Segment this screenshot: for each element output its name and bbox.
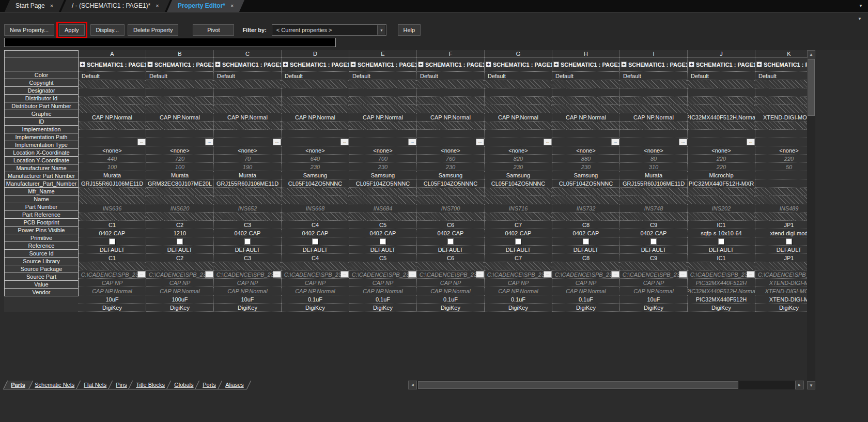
cell-vendor-a[interactable]: DigiKey xyxy=(79,304,146,312)
power-pins-visible-checkbox[interactable] xyxy=(109,238,115,245)
cell-part-reference-f[interactable]: C6 xyxy=(417,221,485,229)
column-header-k[interactable]: K xyxy=(755,50,807,57)
close-icon[interactable]: × xyxy=(156,0,159,12)
cell-power-pins-visible-h[interactable] xyxy=(552,237,620,246)
cell-value-b[interactable]: 100uF xyxy=(146,295,214,304)
row-header-source-library[interactable]: Source Library xyxy=(4,257,79,265)
cell-graphic-k[interactable]: XTEND-DIGI-MODE xyxy=(755,113,807,122)
cell-vendor-k[interactable]: DigiKey xyxy=(755,304,807,312)
cell-manufacturer-part-number-b[interactable]: GRM32EC80J107ME20L xyxy=(146,179,214,188)
vertical-scroll-thumb[interactable] xyxy=(808,59,815,116)
cell-manufacturer-part-number-d[interactable]: CL05F104ZO5NNNC xyxy=(282,179,349,188)
cell-part-reference-i[interactable]: C9 xyxy=(620,221,688,229)
row-header-color[interactable]: Color xyxy=(4,71,79,79)
cell-manufacturer-name-a[interactable]: Murata xyxy=(79,171,146,179)
cell-vendor-g[interactable]: DigiKey xyxy=(485,304,552,312)
sheet-tab-title-blocks[interactable]: Title Blocks xyxy=(128,381,173,389)
cell-source-library-e[interactable]: C:\CADENCE\SPB_23.1... xyxy=(349,270,417,279)
cell-reference-b[interactable]: C2 xyxy=(146,254,214,262)
row-header-source-id[interactable]: Source Id xyxy=(4,249,79,258)
browse-ellipsis-button[interactable]: ... xyxy=(273,139,281,145)
cell-graphic-f[interactable]: CAP NP.Normal xyxy=(417,113,485,122)
cell-value-d[interactable]: 0.1uF xyxy=(282,295,349,304)
cell-implementation-path-k[interactable]: ... xyxy=(755,138,807,146)
cell-graphic-h[interactable]: CAP NP.Normal xyxy=(552,113,620,122)
cell-primitive-c[interactable]: DEFAULT xyxy=(214,246,282,254)
browse-ellipsis-button[interactable]: ... xyxy=(205,271,213,278)
browse-ellipsis-button[interactable]: ... xyxy=(408,271,416,278)
row-header-distributor-id[interactable]: Distributor Id xyxy=(4,94,79,102)
cell-manufacturer-name-i[interactable]: Murata xyxy=(620,171,688,179)
row-header-distributor-part-number[interactable]: Distributor Part Number xyxy=(4,102,79,110)
cell-part-reference-g[interactable]: C7 xyxy=(485,221,552,229)
cell-vendor-d[interactable]: DigiKey xyxy=(282,304,349,312)
cell-manufacturer-part-number-f[interactable]: CL05F104ZO5NNNC xyxy=(417,179,485,188)
cell-implementation-type-g[interactable]: <none> xyxy=(485,146,552,155)
cell-implementation-g[interactable] xyxy=(485,130,552,138)
cell-graphic-g[interactable]: CAP NP.Normal xyxy=(485,113,552,122)
cell-color-i[interactable]: Default xyxy=(620,72,688,80)
power-pins-visible-checkbox[interactable] xyxy=(312,238,318,245)
cell-primitive-h[interactable]: DEFAULT xyxy=(552,246,620,254)
row-header-manufacturer-part-number[interactable]: Manufacturer_Part_Number xyxy=(4,179,79,188)
cell-graphic-b[interactable]: CAP NP.Normal xyxy=(146,113,214,122)
row-header-name[interactable]: Name xyxy=(4,195,79,203)
cell-implementation-e[interactable] xyxy=(349,130,417,138)
cell-implementation-path-h[interactable]: ... xyxy=(552,138,620,146)
scroll-down-icon[interactable]: ▼ xyxy=(807,381,815,389)
cell-pcb-footprint-i[interactable]: 0402-CAP xyxy=(620,229,688,237)
cell-value-h[interactable]: 0.1uF xyxy=(552,295,620,304)
cell-implementation-type-k[interactable]: <none> xyxy=(755,146,807,155)
group-header-cell-f[interactable]: +SCHEMATIC1 : PAGE1 xyxy=(417,57,485,72)
column-header-i[interactable]: I xyxy=(620,50,688,57)
cell-color-e[interactable]: Default xyxy=(349,72,417,80)
close-icon[interactable]: × xyxy=(230,0,234,12)
cell-pcb-footprint-h[interactable]: 0402-CAP xyxy=(552,229,620,237)
horizontal-scrollbar[interactable]: ◄ ► xyxy=(408,381,804,389)
row-header-implementation-type[interactable]: Implementation Type xyxy=(4,141,79,149)
power-pins-visible-checkbox[interactable] xyxy=(447,238,454,245)
cell-implementation-path-g[interactable]: ... xyxy=(485,138,552,146)
cell-power-pins-visible-i[interactable] xyxy=(620,237,688,246)
cell-part-reference-c[interactable]: C3 xyxy=(214,221,282,229)
cell-power-pins-visible-a[interactable] xyxy=(79,237,146,246)
cell-implementation-path-f[interactable]: ... xyxy=(417,138,485,146)
cell-graphic-c[interactable]: CAP NP.Normal xyxy=(214,113,282,122)
row-header-part-number[interactable]: Part Number xyxy=(4,203,79,211)
cell-reference-k[interactable]: JP1 xyxy=(755,254,807,262)
row-header-id[interactable]: ID xyxy=(4,117,79,126)
row-header-value[interactable]: Value xyxy=(4,280,79,289)
cell-pcb-footprint-j[interactable]: sqfp-s-10x10-64 xyxy=(688,229,755,237)
group-header-cell-a[interactable]: +SCHEMATIC1 : PAGE1 xyxy=(79,57,146,72)
cell-part-reference-e[interactable]: C5 xyxy=(349,221,417,229)
cell-primitive-f[interactable]: DEFAULT xyxy=(417,246,485,254)
cell-manufacturer-name-g[interactable]: Samsung xyxy=(485,171,552,179)
cell-source-library-f[interactable]: C:\CADENCE\SPB_23.1... xyxy=(417,270,485,279)
group-header-cell-k[interactable]: +SCHEMATIC1 : PAGE1 xyxy=(755,57,807,72)
column-header-h[interactable]: H xyxy=(552,50,620,57)
cell-vendor-e[interactable]: DigiKey xyxy=(349,304,417,312)
browse-ellipsis-button[interactable]: ... xyxy=(205,139,213,145)
cell-designator-c[interactable] xyxy=(214,88,282,97)
cell-designator-j[interactable] xyxy=(688,88,755,97)
cell-source-library-g[interactable]: C:\CADENCE\SPB_23.1... xyxy=(485,270,552,279)
row-header-implementation[interactable]: Implementation xyxy=(4,125,79,133)
display-button[interactable]: Display... xyxy=(90,24,125,36)
cell-designator-a[interactable] xyxy=(79,88,146,97)
expand-plus-icon[interactable]: + xyxy=(350,62,356,67)
cell-manufacturer-name-e[interactable]: Samsung xyxy=(349,171,417,179)
cell-primitive-d[interactable]: DEFAULT xyxy=(282,246,349,254)
cell-manufacturer-part-number-j[interactable]: PIC32MX440F512H-MXR xyxy=(688,179,755,188)
cell-color-g[interactable]: Default xyxy=(485,72,552,80)
row-header-designator[interactable]: Designator xyxy=(4,86,79,95)
row-header-manufacturer-name[interactable]: Manufacturer Name xyxy=(4,164,79,172)
cell-implementation-type-c[interactable]: <none> xyxy=(214,146,282,155)
power-pins-visible-checkbox[interactable] xyxy=(718,238,724,245)
cell-graphic-d[interactable]: CAP NP.Normal xyxy=(282,113,349,122)
cell-designator-b[interactable] xyxy=(146,88,214,97)
browse-ellipsis-button[interactable]: ... xyxy=(679,139,687,145)
browse-ellipsis-button[interactable]: ... xyxy=(747,271,755,278)
cell-power-pins-visible-e[interactable] xyxy=(349,237,417,246)
document-tab-schematic1-page1[interactable]: / - (SCHEMATIC1 : PAGE1)*× xyxy=(61,0,170,12)
cell-pcb-footprint-a[interactable]: 0402-CAP xyxy=(79,229,146,237)
